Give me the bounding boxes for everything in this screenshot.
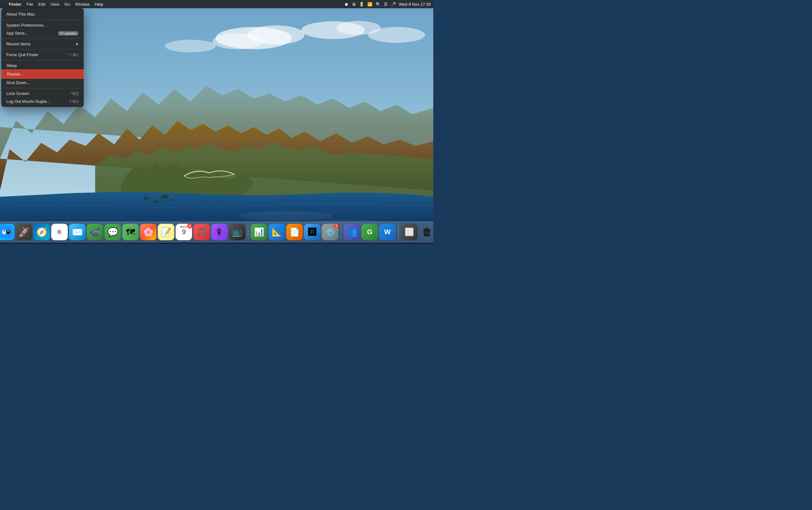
dock-icon-pages[interactable]: 📄 [287,224,303,240]
svg-point-10 [161,195,169,199]
dock-icon-sysprefs[interactable]: ⚙️ 1 [322,224,338,240]
recent-items-arrow: ▶ [76,42,79,46]
dock-icon-chrome[interactable] [51,224,68,240]
menubar-edit[interactable]: Edit [38,2,46,7]
menubar-finder[interactable]: Finder [9,2,22,7]
menu-separator-4 [1,60,84,60]
wifi-icon[interactable]: 📶 [367,2,372,7]
menu-separator-3 [1,49,84,50]
dock-icon-maps[interactable]: 🗺 [122,224,139,240]
dock-icon-numbers[interactable]: 📊 [251,224,267,240]
lock-screen-shortcut: ^⌘Q [70,91,79,96]
menubar-window[interactable]: Window [75,2,89,7]
dock-icon-keynote[interactable]: 📐 [269,224,285,240]
menu-item-logout[interactable]: Log Out khushi Gupta... ⇧⌘Q [1,97,84,105]
dock-icon-notes[interactable]: 📝 [158,224,175,240]
menu-separator-2 [1,38,84,39]
dock-icon-safari[interactable]: 🧭 [34,224,50,240]
svg-point-18 [8,230,9,232]
apple-menu: About This Mac System Preferences... App… [1,8,84,107]
dock-separator-2 [341,225,341,239]
menubar-datetime: Wed 9 Nov 17:35 [399,2,431,7]
dock-icon-word[interactable]: W [379,224,396,240]
svg-point-12 [170,199,173,201]
svg-point-11 [153,200,158,203]
menubar-file[interactable]: File [27,2,33,7]
dock-icon-control[interactable]: ⬜ [401,224,418,240]
dock-icon-facetime[interactable]: 📹 [87,224,103,240]
menu-item-restart[interactable]: Restart... [1,69,84,79]
battery-icon[interactable]: 🔋 [359,2,364,7]
menubar-view[interactable]: View [51,2,59,7]
dock-icon-messages[interactable]: 💬 [105,224,121,240]
menubar-help[interactable]: Help [95,2,103,7]
menu-item-system-prefs[interactable]: System Preferences... [1,21,84,29]
svg-point-8 [238,211,333,221]
app-store-badge: 10 updates [58,31,79,35]
dock-trash[interactable]: 🗑 [419,224,433,240]
dock: 🚀 🧭 ✉️ 📹 💬 🗺 🌸 📝 NOV 9 9 [0,222,433,243]
dock-separator [248,225,248,239]
menubar-go[interactable]: Go [64,2,70,7]
screen-record-icon[interactable]: ⏺ [344,2,349,7]
dock-icon-appstore[interactable]: 🅰 [304,224,321,240]
menu-item-sleep[interactable]: Sleep [1,62,84,69]
svg-point-6 [165,40,216,52]
display-icon[interactable]: 🖥 [352,2,356,7]
menubar-right: ⏺ 🖥 🔋 📶 🔍 ☰ 🎤 Wed 9 Nov 17:35 [344,2,431,7]
search-icon[interactable]: 🔍 [375,2,381,7]
calendar-badge: 9 [187,223,192,228]
menu-separator-5 [1,88,84,88]
menu-item-lock-screen[interactable]: Lock Screen ^⌘Q [1,89,84,97]
dock-icon-teams[interactable]: 👥 [344,224,360,240]
dock-icon-launchpad[interactable]: 🚀 [16,224,32,240]
svg-point-17 [4,230,5,232]
dock-icon-podcasts[interactable]: 🎙 [211,224,228,240]
sysprefs-badge: 1 [334,223,339,228]
menu-item-force-quit[interactable]: Force Quit Finder ⌃⌥⌘⎋ [1,51,84,59]
dock-icon-finder[interactable] [0,224,14,240]
svg-point-13 [143,197,149,200]
siri-icon[interactable]: 🎤 [391,2,396,7]
menubar-left: Finder File Edit View Go Window Help [3,2,103,7]
force-quit-shortcut: ⌃⌥⌘⎋ [65,53,79,57]
dock-icon-music[interactable]: 🎵 [193,224,210,240]
svg-point-22 [59,231,60,233]
dock-icon-calendar[interactable]: NOV 9 9 [176,224,192,240]
dock-icon-photos[interactable]: 🌸 [140,224,157,240]
menu-item-recent-items[interactable]: Recent Items ▶ [1,40,84,48]
menu-item-app-store[interactable]: App Store... 10 updates [1,29,84,37]
dock-icon-appletv[interactable]: 📺 [229,224,245,240]
dock-separator-3 [398,225,399,239]
logout-shortcut: ⇧⌘Q [69,99,79,104]
menu-item-about[interactable]: About This Mac [1,10,84,19]
dock-icon-mail[interactable]: ✉️ [69,224,86,240]
svg-point-3 [212,33,263,49]
dock-icon-grammarly[interactable]: G [362,224,378,240]
menu-item-shutdown[interactable]: Shut Down... [1,79,84,87]
svg-point-7 [368,27,425,43]
menubar: Finder File Edit View Go Window Help ⏺ 🖥… [0,0,433,8]
control-center-icon[interactable]: ☰ [384,2,388,7]
menu-separator-1 [1,20,84,20]
